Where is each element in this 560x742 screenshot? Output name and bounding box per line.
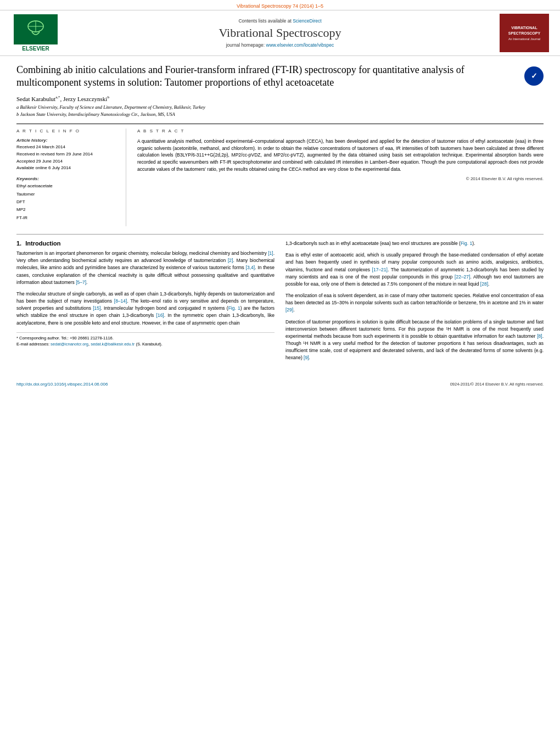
section1-heading: 1. Introduction — [16, 240, 275, 247]
journal-title: Vibrational Spectroscopy — [71, 26, 489, 40]
elsevier-logo: ELSEVIER — [11, 14, 60, 52]
body-para-3: 1,3-dicarbonyls such as in ethyl acetoac… — [285, 240, 544, 247]
email-name: (S. Karabulut). — [136, 342, 162, 347]
ref-8b[interactable]: [8] — [537, 333, 542, 339]
revised-date: Received in revised form 29 June 2014 — [16, 151, 118, 158]
fig1-link-2[interactable]: Fig. 1 — [461, 241, 472, 246]
ref-3-4[interactable]: [3,4] — [246, 265, 255, 270]
ref-28[interactable]: [28] — [480, 281, 488, 287]
vibrational-logo-title: VIBRATIONAL SPECTROSCOPY — [502, 25, 547, 35]
email-link-2[interactable]: sedat.k@balikesir.edu.tr — [91, 342, 135, 347]
doi-link[interactable]: http://dx.doi.org/10.1016/j.vibspec.2014… — [16, 382, 108, 387]
body-para-5: The enolization of eaa is solvent depend… — [285, 292, 544, 314]
ref-5-7[interactable]: [5–7] — [76, 280, 86, 285]
page-footer: http://dx.doi.org/10.1016/j.vibspec.2014… — [0, 378, 560, 390]
section-divider — [16, 234, 544, 235]
section1-title: Introduction — [25, 240, 60, 247]
homepage-link[interactable]: www.elsevier.com/locate/vibspec — [266, 42, 334, 48]
ref-15[interactable]: [15] — [93, 305, 100, 311]
journal-center-header: Contents lists available at ScienceDirec… — [60, 18, 500, 48]
vibrational-logo: VIBRATIONAL SPECTROSCOPY An Internationa… — [500, 14, 549, 52]
author-karabulut-sup: a,* — [55, 95, 60, 99]
author-leszczynski: Jerzy Leszczynski — [63, 95, 107, 102]
article-info-label: A R T I C L E I N F O — [16, 129, 118, 133]
sciencedirect-link[interactable]: ScienceDirect — [293, 18, 321, 24]
received-date: Received 24 March 2014 — [16, 144, 118, 151]
keyword-4: MP2 — [16, 206, 118, 214]
ref-8-14[interactable]: [8–14] — [114, 298, 127, 304]
ref-29[interactable]: [29] — [285, 307, 293, 313]
ref-9[interactable]: [9] — [304, 355, 309, 360]
info-abstract-section: A R T I C L E I N F O Article history: R… — [16, 124, 544, 226]
keyword-1: Ethyl acetoacetate — [16, 182, 118, 190]
author-leszczynski-sup: b — [107, 95, 109, 99]
ref-2[interactable]: [2] — [228, 258, 233, 263]
keyword-5: FT-IR — [16, 214, 118, 222]
elsevier-logo-image — [14, 14, 58, 44]
fig1-link-1[interactable]: Fig. 1 — [228, 305, 240, 311]
ref-16[interactable]: [16] — [156, 313, 164, 318]
footnote-section: * Corresponding author. Tel.: +90 26661 … — [16, 332, 275, 348]
body-right-col: 1,3-dicarbonyls such as in ethyl acetoac… — [285, 240, 544, 366]
journal-homepage: journal homepage: www.elsevier.com/locat… — [71, 42, 489, 48]
body-left-col: 1. Introduction Tautomerism is an import… — [16, 240, 275, 366]
journal-header: ELSEVIER Contents lists available at Sci… — [0, 10, 560, 56]
contents-line: Contents lists available at ScienceDirec… — [71, 18, 489, 24]
footer-copyright: 0924-2031/© 2014 Elsevier B.V. All right… — [450, 382, 544, 387]
email-link-1[interactable]: sedat@icnanotcr.org — [51, 342, 88, 347]
affiliation-b: b Jackson State University, Interdiscipl… — [16, 111, 544, 118]
affiliation-a: a Balikesir University, Faculty of Scien… — [16, 104, 544, 111]
journal-volume-info: Vibrational Spectroscopy 74 (2014) 1–5 — [0, 0, 560, 10]
affiliations: a Balikesir University, Faculty of Scien… — [16, 104, 544, 118]
accepted-date: Accepted 29 June 2014 — [16, 158, 118, 165]
main-content: Combining ab initio calculations and Fou… — [0, 56, 560, 374]
article-title-section: Combining ab initio calculations and Fou… — [16, 64, 544, 90]
article-history-group: Article history: Received 24 March 2014 … — [16, 138, 118, 172]
author-karabulut: Sedat Karabulut — [16, 95, 55, 102]
abstract-copyright: © 2014 Elsevier B.V. All rights reserved… — [137, 176, 544, 181]
keyword-2: Tautomer — [16, 191, 118, 198]
section1-number: 1. — [16, 240, 21, 247]
body-para-2: The molecular structure of single carbon… — [16, 291, 275, 327]
corresponding-author-note: * Corresponding author. Tel.: +90 26661 … — [16, 335, 275, 341]
article-title: Combining ab initio calculations and Fou… — [16, 64, 519, 90]
ref-17-21[interactable]: [17–21] — [372, 267, 388, 272]
body-section: 1. Introduction Tautomerism is an import… — [16, 240, 544, 366]
body-para-4: Eaa is ethyl ester of acetoacetic acid, … — [285, 252, 544, 288]
history-label: Article history: — [16, 138, 118, 143]
vibrational-logo-sub: An International Journal — [508, 37, 540, 41]
crossmark-badge[interactable]: ✓ — [524, 66, 544, 86]
abstract-column: A B S T R A C T A quantitative analysis … — [137, 129, 544, 226]
body-para-6: Detection of tautomer proportions in sol… — [285, 319, 544, 362]
ref-22-27[interactable]: [22–27] — [455, 274, 470, 280]
keywords-label: Keywords: — [16, 176, 118, 181]
abstract-text: A quantitative analysis method, combined… — [137, 138, 544, 173]
keyword-3: DFT — [16, 198, 118, 206]
available-date: Available online 6 July 2014 — [16, 165, 118, 172]
ref-1[interactable]: [1] — [268, 250, 273, 256]
elsevier-text: ELSEVIER — [22, 46, 49, 52]
body-para-1: Tautomerism is an important phenomenon f… — [16, 250, 275, 286]
keywords-group: Keywords: Ethyl acetoacetate Tautomer DF… — [16, 176, 118, 222]
keywords-list: Ethyl acetoacetate Tautomer DFT MP2 FT-I… — [16, 182, 118, 222]
abstract-label: A B S T R A C T — [137, 129, 544, 133]
article-info-column: A R T I C L E I N F O Article history: R… — [16, 129, 126, 226]
authors-line: Sedat Karabuluta,*, Jerzy Leszczynskib — [16, 95, 544, 102]
email-addresses: E-mail addresses: sedat@icnanotcr.org, s… — [16, 341, 275, 347]
